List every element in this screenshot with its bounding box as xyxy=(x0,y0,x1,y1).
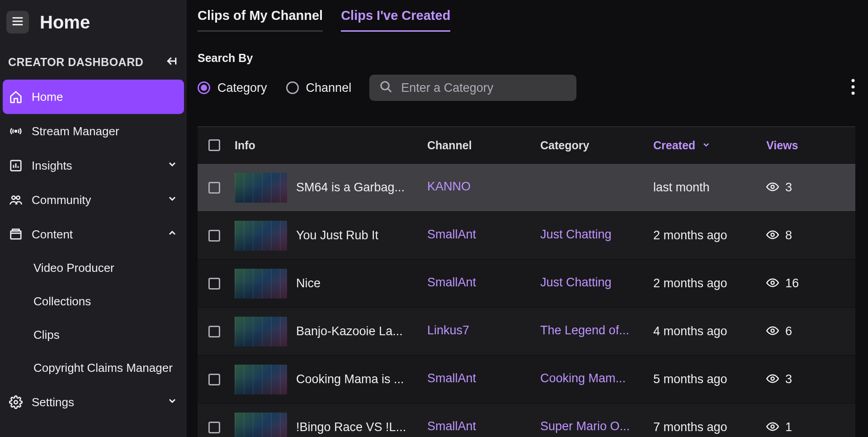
search-by-label: Search By xyxy=(198,52,855,65)
sidebar-item-insights[interactable]: Insights xyxy=(0,148,187,183)
created-text: 5 months ago xyxy=(653,372,727,386)
th-channel: Channel xyxy=(427,139,540,152)
channel-link[interactable]: SmallAnt xyxy=(427,419,476,433)
more-options-button[interactable] xyxy=(851,78,855,97)
eye-icon xyxy=(766,420,779,435)
radio-label: Channel xyxy=(306,81,352,95)
eye-icon xyxy=(766,228,779,243)
channel-link[interactable]: KANNO xyxy=(427,180,471,194)
th-views-label: Views xyxy=(766,139,798,152)
clip-thumbnail[interactable] xyxy=(235,413,287,437)
page-title: Home xyxy=(40,12,90,33)
svg-point-10 xyxy=(12,196,15,200)
sidebar-subitem-video-producer[interactable]: Video Producer xyxy=(0,252,187,285)
tab-clips-i-ve-created[interactable]: Clips I've Created xyxy=(341,8,450,32)
channel-link[interactable]: SmallAnt xyxy=(427,228,476,242)
select-all-checkbox[interactable] xyxy=(208,139,220,151)
chevron-down-icon xyxy=(702,139,711,152)
community-icon xyxy=(9,193,23,207)
radio-icon xyxy=(198,81,210,94)
svg-point-20 xyxy=(852,92,855,95)
clip-thumbnail[interactable] xyxy=(235,173,287,203)
views-count: 8 xyxy=(785,228,792,242)
sidebar-item-home[interactable]: Home xyxy=(3,80,184,114)
clip-thumbnail[interactable] xyxy=(235,317,287,347)
search-input-wrap[interactable] xyxy=(369,75,576,101)
hamburger-icon xyxy=(11,14,24,30)
table-row[interactable]: NiceSmallAntJust Chatting2 months ago16 xyxy=(198,259,855,307)
channel-link[interactable]: SmallAnt xyxy=(427,276,476,290)
table-row[interactable]: Cooking Mama is ...SmallAntCooking Mam..… xyxy=(198,355,855,403)
created-text: 2 months ago xyxy=(653,276,727,290)
sidebar: Home CREATOR DASHBOARD HomeStream Manage… xyxy=(0,0,187,437)
th-views[interactable]: Views xyxy=(766,139,846,152)
svg-point-19 xyxy=(852,86,855,89)
sidebar-subitem-clips[interactable]: Clips xyxy=(0,318,187,352)
tabs: Clips of My ChannelClips I've Created xyxy=(198,0,855,32)
clip-title: SM64 is a Garbag... xyxy=(296,180,405,195)
sidebar-item-community[interactable]: Community xyxy=(0,183,187,217)
settings-icon xyxy=(9,395,23,409)
category-link[interactable]: Just Chatting xyxy=(540,276,612,290)
row-checkbox[interactable] xyxy=(208,422,220,433)
th-category: Category xyxy=(540,139,653,152)
row-checkbox[interactable] xyxy=(208,182,220,194)
table-row[interactable]: SM64 is a Garbag...KANNOlast month3 xyxy=(198,163,855,211)
search-icon xyxy=(379,80,393,95)
sidebar-nav: HomeStream ManagerInsightsCommunityConte… xyxy=(0,75,187,419)
sidebar-item-stream-manager[interactable]: Stream Manager xyxy=(0,114,187,148)
clip-thumbnail[interactable] xyxy=(235,269,287,299)
row-checkbox[interactable] xyxy=(208,326,220,337)
svg-point-5 xyxy=(15,130,17,132)
sidebar-item-label: Home xyxy=(32,90,63,104)
clip-title: You Just Rub It xyxy=(296,228,378,242)
sidebar-header: Home xyxy=(0,0,187,44)
channel-link[interactable]: Linkus7 xyxy=(427,323,469,337)
views-count: 16 xyxy=(785,276,799,290)
clip-thumbnail[interactable] xyxy=(235,221,287,251)
created-text: 4 months ago xyxy=(653,324,727,338)
sidebar-subitem-collections[interactable]: Collections xyxy=(0,285,187,318)
chevron-up-icon xyxy=(167,228,178,242)
chevron-down-icon xyxy=(167,193,178,207)
sidebar-item-label: Insights xyxy=(32,159,72,173)
row-checkbox[interactable] xyxy=(208,278,220,290)
svg-rect-14 xyxy=(13,229,19,231)
category-link[interactable]: Just Chatting xyxy=(540,228,612,242)
insights-icon xyxy=(9,159,23,172)
stream-icon xyxy=(9,124,23,138)
radio-label: Category xyxy=(217,81,267,95)
svg-point-16 xyxy=(381,82,389,90)
tab-clips-of-my-channel[interactable]: Clips of My Channel xyxy=(198,8,323,32)
th-info: Info xyxy=(235,139,427,152)
clip-thumbnail[interactable] xyxy=(235,365,287,394)
category-link[interactable]: Super Mario O... xyxy=(540,419,630,433)
sidebar-item-content[interactable]: Content xyxy=(0,217,187,252)
svg-rect-12 xyxy=(11,231,21,239)
sidebar-item-label: Community xyxy=(32,193,91,207)
eye-icon xyxy=(766,372,779,387)
table-row[interactable]: Banjo-Kazooie La...Linkus7The Legend of.… xyxy=(198,307,855,355)
radio-channel[interactable]: Channel xyxy=(286,81,352,95)
hamburger-button[interactable] xyxy=(6,11,29,33)
created-text: last month xyxy=(653,180,710,195)
svg-point-25 xyxy=(771,377,774,380)
row-checkbox[interactable] xyxy=(208,374,220,385)
svg-point-22 xyxy=(771,233,774,236)
collapse-sidebar-icon[interactable] xyxy=(165,54,179,70)
channel-link[interactable]: SmallAnt xyxy=(427,371,476,385)
row-checkbox[interactable] xyxy=(208,230,220,242)
th-created[interactable]: Created xyxy=(653,139,766,152)
table-row[interactable]: !Bingo Race VS !L...SmallAntSuper Mario … xyxy=(198,403,855,437)
radio-category[interactable]: Category xyxy=(198,81,267,95)
sidebar-subitem-copyright-claims-manager[interactable]: Copyright Claims Manager xyxy=(0,352,187,385)
sidebar-item-settings[interactable]: Settings xyxy=(0,385,187,419)
category-link[interactable]: The Legend of... xyxy=(540,323,629,337)
search-input[interactable] xyxy=(401,81,566,95)
views-count: 1 xyxy=(785,420,792,434)
table-header: Info Channel Category Created Views xyxy=(198,127,855,163)
category-link[interactable]: Cooking Mam... xyxy=(540,371,626,385)
table-row[interactable]: You Just Rub ItSmallAntJust Chatting2 mo… xyxy=(198,211,855,259)
svg-point-15 xyxy=(14,400,18,404)
clip-title: Banjo-Kazooie La... xyxy=(296,324,403,338)
